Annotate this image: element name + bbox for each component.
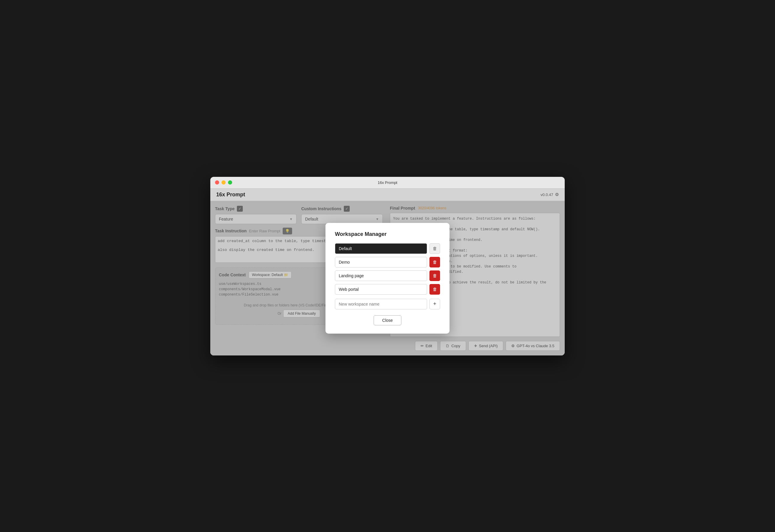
window-title: 16x Prompt [378, 180, 397, 185]
maximize-window-btn[interactable] [228, 180, 232, 185]
workspace-name-input-landing[interactable] [335, 270, 427, 281]
workspace-action-btn-default[interactable]: 🗑 [430, 243, 440, 254]
workspace-name-input-webportal[interactable] [335, 284, 427, 295]
workspace-item-demo: 🗑 [335, 257, 440, 267]
add-workspace-button[interactable]: + [430, 299, 440, 309]
settings-icon[interactable]: ⚙ [555, 192, 559, 197]
app-name: 16x Prompt [216, 192, 245, 198]
app-version: v0.0.47 ⚙ [541, 192, 559, 197]
app-window: 16x Prompt 16x Prompt v0.0.47 ⚙ Task Typ… [210, 177, 565, 355]
workspace-item-landing: 🗑 [335, 270, 440, 281]
window-controls [215, 180, 232, 185]
titlebar: 16x Prompt [210, 177, 565, 189]
delete-workspace-btn-landing[interactable]: 🗑 [430, 270, 440, 281]
new-workspace-row: + [335, 299, 440, 309]
main-content: Task Type ✓ Feature ▼ Custom Instruction… [210, 201, 565, 355]
workspace-item-default: 🗑 [335, 243, 440, 254]
delete-workspace-btn-demo[interactable]: 🗑 [430, 257, 440, 267]
minimize-window-btn[interactable] [221, 180, 226, 185]
close-window-btn[interactable] [215, 180, 219, 185]
new-workspace-input[interactable] [335, 299, 427, 309]
app-header: 16x Prompt v0.0.47 ⚙ [210, 189, 565, 201]
modal-overlay: Workspace Manager 🗑 🗑 🗑 [210, 201, 565, 355]
modal-title: Workspace Manager [335, 231, 440, 237]
workspace-name-input-demo[interactable] [335, 257, 427, 267]
version-text: v0.0.47 [541, 192, 553, 197]
modal-footer: Close [335, 315, 440, 325]
workspace-manager-modal: Workspace Manager 🗑 🗑 🗑 [325, 223, 450, 334]
workspace-item-webportal: 🗑 [335, 284, 440, 295]
workspace-name-input-default[interactable] [335, 243, 427, 254]
close-modal-button[interactable]: Close [373, 315, 402, 325]
delete-workspace-btn-webportal[interactable]: 🗑 [430, 284, 440, 295]
